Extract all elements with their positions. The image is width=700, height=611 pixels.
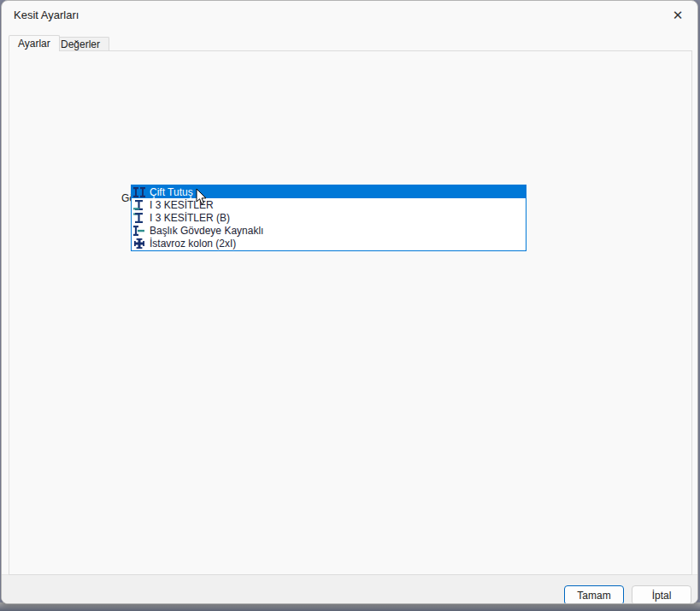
title-bar: Kesit Ayarları ✕ bbox=[2, 1, 697, 33]
dropdown-item-label: Başlık Gövdeye Kaynaklı bbox=[150, 225, 263, 237]
ok-button[interactable]: Tamam bbox=[564, 585, 624, 604]
tab-ayarlar-label: Ayarlar bbox=[18, 38, 50, 50]
tab-page-ayarlar bbox=[9, 50, 692, 575]
tab-ayarlar[interactable]: Ayarlar bbox=[9, 35, 60, 51]
screen: Kesit Ayarları ✕ Ayarlar Değerler Kesit … bbox=[0, 0, 700, 611]
tab-degerler[interactable]: Değerler bbox=[51, 37, 109, 51]
cancel-button[interactable]: İptal bbox=[632, 585, 691, 604]
dialog-kesit-ayarlari: Kesit Ayarları ✕ Ayarlar Değerler Kesit … bbox=[1, 0, 698, 604]
dropdown-item-baslik-govdeye-kaynakli[interactable]: Başlık Gövdeye Kaynaklı bbox=[132, 225, 526, 238]
ok-button-label: Tamam bbox=[577, 590, 610, 602]
triple-section-icon bbox=[133, 200, 146, 210]
cross-column-icon bbox=[133, 238, 146, 249]
close-icon[interactable]: ✕ bbox=[667, 5, 689, 26]
dropdown-item-cift-tutus[interactable]: Çift Tutuş bbox=[132, 185, 526, 198]
double-i-beam-icon bbox=[133, 187, 146, 197]
method-dropdown-list: Çift Tutuş I 3 KESİTLER I 3 KESİTLER (B) bbox=[131, 185, 526, 251]
dropdown-item-i3-kesitler[interactable]: I 3 KESİTLER bbox=[132, 198, 526, 211]
tab-degerler-label: Değerler bbox=[61, 38, 100, 50]
mouse-cursor-icon bbox=[196, 188, 208, 206]
dropdown-item-istavroz-kolon[interactable]: İstavroz kolon (2xI) bbox=[132, 238, 526, 250]
dropdown-item-label: İstavroz kolon (2xI) bbox=[150, 238, 236, 250]
triple-section-b-icon bbox=[133, 213, 146, 223]
dropdown-item-label: Çift Tutuş bbox=[150, 186, 193, 198]
dropdown-item-i3-kesitler-b[interactable]: I 3 KESİTLER (B) bbox=[132, 211, 526, 224]
dialog-title: Kesit Ayarları bbox=[14, 9, 79, 21]
cancel-button-label: İptal bbox=[652, 590, 672, 602]
flange-weld-icon bbox=[133, 226, 146, 236]
dropdown-item-label: I 3 KESİTLER (B) bbox=[150, 212, 230, 224]
